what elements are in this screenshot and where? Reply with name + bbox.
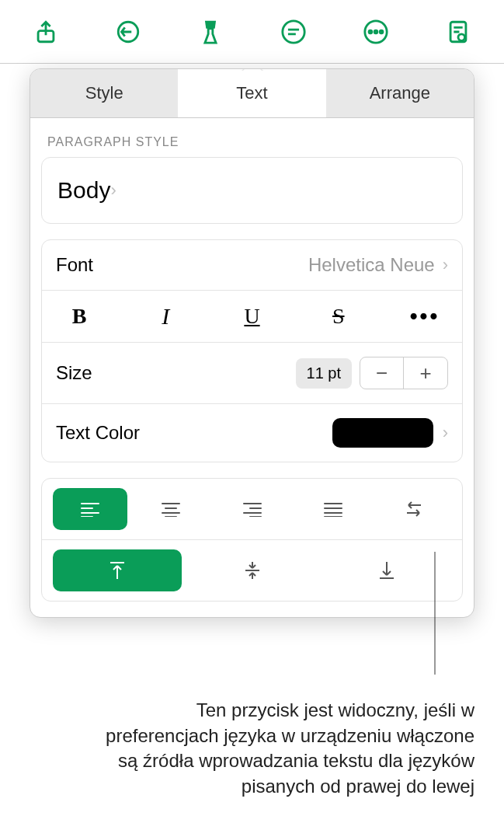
- paragraph-style-row[interactable]: Body ›: [42, 158, 462, 223]
- font-card: Font Helvetica Neue › B I U S ••• Size 1…: [41, 239, 463, 462]
- svg-point-2: [282, 20, 304, 42]
- align-justify-button[interactable]: [296, 488, 370, 530]
- tab-text[interactable]: Text: [178, 69, 325, 117]
- chevron-right-icon: ›: [443, 255, 448, 275]
- tab-arrange[interactable]: Arrange: [326, 69, 474, 117]
- popover-arrow: [242, 68, 263, 71]
- font-value: Helvetica Neue: [308, 254, 435, 276]
- size-value[interactable]: 11 pt: [296, 358, 352, 389]
- format-popover: Style Text Arrange Paragraph Style Body …: [30, 68, 474, 618]
- size-increase-button[interactable]: +: [404, 357, 447, 389]
- underline-button[interactable]: U: [229, 304, 276, 329]
- paragraph-style-header: Paragraph Style: [30, 118, 474, 157]
- svg-point-6: [380, 30, 383, 33]
- valign-middle-button[interactable]: [188, 549, 317, 591]
- caption-text: Ten przycisk jest widoczny, jeśli w pref…: [86, 698, 474, 799]
- bold-button[interactable]: B: [56, 304, 103, 329]
- text-color-row[interactable]: Text Color ›: [42, 404, 462, 462]
- align-left-button[interactable]: [53, 488, 127, 530]
- more-font-options-button[interactable]: •••: [401, 304, 448, 329]
- paragraph-style-card: Body ›: [41, 157, 463, 224]
- share-button[interactable]: [8, 12, 84, 52]
- size-row: Size 11 pt − +: [42, 343, 462, 404]
- font-style-row: B I U S •••: [42, 291, 462, 343]
- strikethrough-button[interactable]: S: [315, 304, 362, 329]
- callout-leader: [419, 552, 450, 684]
- more-button[interactable]: [338, 12, 414, 52]
- text-direction-button[interactable]: [377, 488, 451, 530]
- chevron-right-icon: ›: [110, 180, 116, 201]
- format-tabs: Style Text Arrange: [30, 69, 474, 118]
- font-row[interactable]: Font Helvetica Neue ›: [42, 240, 462, 291]
- paragraph-style-name: Body: [57, 177, 110, 204]
- top-toolbar: [0, 0, 504, 64]
- undo-button[interactable]: [90, 12, 166, 52]
- svg-point-8: [458, 33, 465, 40]
- alignment-card: [41, 478, 463, 602]
- tab-style[interactable]: Style: [30, 69, 178, 117]
- size-decrease-button[interactable]: −: [360, 357, 404, 389]
- comment-button[interactable]: [255, 12, 332, 52]
- text-color-swatch[interactable]: [332, 418, 433, 448]
- align-right-button[interactable]: [214, 488, 289, 530]
- italic-button[interactable]: I: [142, 303, 189, 330]
- svg-point-5: [374, 30, 377, 33]
- horizontal-align-row: [42, 479, 462, 540]
- svg-point-4: [369, 30, 372, 33]
- document-view-button[interactable]: [420, 12, 496, 52]
- chevron-right-icon: ›: [443, 423, 448, 443]
- size-label: Size: [56, 362, 288, 384]
- valign-top-button[interactable]: [53, 549, 182, 591]
- text-color-label: Text Color: [56, 422, 332, 444]
- size-stepper: − +: [360, 357, 448, 389]
- align-center-button[interactable]: [134, 488, 208, 530]
- format-button[interactable]: [172, 12, 249, 52]
- vertical-align-row: [42, 540, 462, 601]
- font-label: Font: [56, 254, 308, 276]
